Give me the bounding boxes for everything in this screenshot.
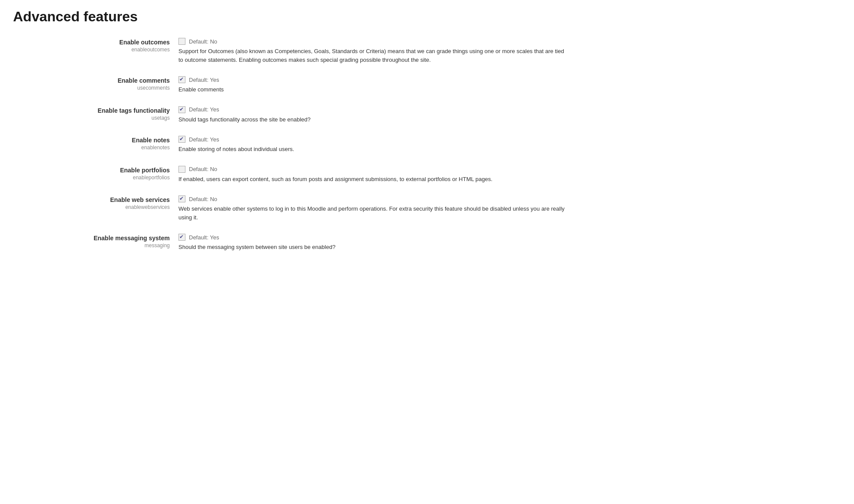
setting-row-enable-messaging: Enable messaging systemmessagingDefault:… [13,234,841,252]
setting-key-enable-messaging: messaging [13,242,170,249]
checkbox-enable-outcomes[interactable] [178,38,185,45]
label-col-enable-outcomes: Enable outcomesenableoutcomes [13,38,178,53]
checkbox-wrap-enable-comments [178,76,185,83]
setting-key-enable-portfolios: enableportfolios [13,175,170,181]
setting-key-enable-notes: enablenotes [13,144,170,151]
label-col-enable-portfolios: Enable portfoliosenableportfolios [13,166,178,181]
setting-name-enable-tags: Enable tags functionality [13,107,170,114]
checkbox-wrap-enable-portfolios [178,166,185,173]
checkbox-enable-messaging[interactable] [178,234,185,241]
control-col-enable-messaging: Default: YesShould the messaging system … [178,234,841,252]
label-col-enable-web-services: Enable web servicesenablewebservices [13,195,178,210]
control-col-enable-notes: Default: YesEnable storing of notes abou… [178,136,841,154]
setting-row-enable-portfolios: Enable portfoliosenableportfoliosDefault… [13,166,841,184]
description-enable-outcomes: Support for Outcomes (also known as Comp… [178,47,570,64]
description-enable-tags: Should tags functionality across the sit… [178,115,570,124]
checkbox-wrap-enable-messaging [178,234,185,241]
label-col-enable-messaging: Enable messaging systemmessaging [13,234,178,249]
default-label-enable-portfolios: Default: No [189,166,217,172]
setting-key-enable-tags: usetags [13,115,170,121]
default-label-enable-notes: Default: Yes [189,136,219,143]
description-enable-web-services: Web services enable other systems to log… [178,205,570,222]
checkbox-wrap-enable-outcomes [178,38,185,45]
control-col-enable-web-services: Default: NoWeb services enable other sys… [178,195,841,222]
description-enable-messaging: Should the messaging system between site… [178,243,570,252]
default-label-enable-comments: Default: Yes [189,77,219,83]
setting-row-enable-comments: Enable commentsusecommentsDefault: YesEn… [13,76,841,94]
checkbox-enable-notes[interactable] [178,136,185,143]
label-col-enable-notes: Enable notesenablenotes [13,136,178,151]
setting-name-enable-comments: Enable comments [13,77,170,84]
setting-row-enable-tags: Enable tags functionalityusetagsDefault:… [13,106,841,124]
checkbox-enable-web-services[interactable] [178,195,185,202]
setting-key-enable-outcomes: enableoutcomes [13,47,170,53]
setting-name-enable-notes: Enable notes [13,137,170,144]
label-col-enable-tags: Enable tags functionalityusetags [13,106,178,121]
control-col-enable-tags: Default: YesShould tags functionality ac… [178,106,841,124]
setting-row-enable-web-services: Enable web servicesenablewebservicesDefa… [13,195,841,222]
setting-key-enable-comments: usecomments [13,85,170,91]
default-label-enable-messaging: Default: Yes [189,234,219,241]
checkbox-wrap-enable-web-services [178,195,185,202]
setting-row-enable-outcomes: Enable outcomesenableoutcomesDefault: No… [13,38,841,64]
checkbox-enable-comments[interactable] [178,76,185,83]
setting-row-enable-notes: Enable notesenablenotesDefault: YesEnabl… [13,136,841,154]
default-label-enable-tags: Default: Yes [189,106,219,113]
setting-key-enable-web-services: enablewebservices [13,204,170,210]
setting-name-enable-messaging: Enable messaging system [13,235,170,242]
checkbox-enable-tags[interactable] [178,106,185,113]
checkbox-wrap-enable-tags [178,106,185,113]
control-col-enable-outcomes: Default: NoSupport for Outcomes (also kn… [178,38,841,64]
description-enable-notes: Enable storing of notes about individual… [178,145,570,154]
default-label-enable-outcomes: Default: No [189,38,217,45]
description-enable-portfolios: If enabled, users can export content, su… [178,175,570,184]
description-enable-comments: Enable comments [178,85,570,94]
control-col-enable-comments: Default: YesEnable comments [178,76,841,94]
checkbox-wrap-enable-notes [178,136,185,143]
page-title: Advanced features [13,9,841,25]
control-col-enable-portfolios: Default: NoIf enabled, users can export … [178,166,841,184]
setting-name-enable-web-services: Enable web services [13,196,170,203]
checkbox-enable-portfolios[interactable] [178,166,185,173]
label-col-enable-comments: Enable commentsusecomments [13,76,178,91]
default-label-enable-web-services: Default: No [189,196,217,202]
setting-name-enable-outcomes: Enable outcomes [13,39,170,46]
setting-name-enable-portfolios: Enable portfolios [13,167,170,174]
